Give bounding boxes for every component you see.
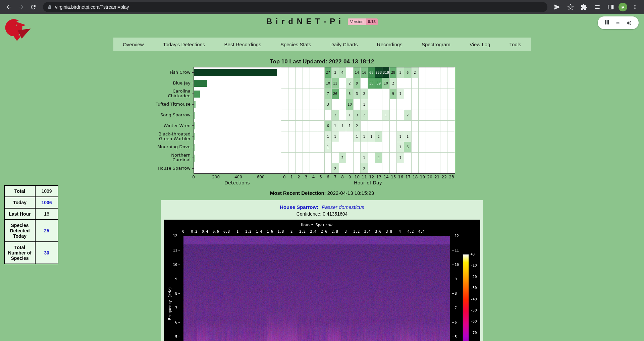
spec-y-tick: 12: [455, 234, 459, 238]
heatmap-cell: 6: [325, 121, 332, 131]
side-panel-button[interactable]: [605, 1, 616, 13]
url-text: virginia.birdnetpi.com/?stream=play: [55, 4, 129, 10]
detection-species-link[interactable]: House Sparrow:: [280, 204, 318, 210]
heatmap-cell: [368, 99, 375, 110]
profile-avatar[interactable]: P: [619, 3, 627, 11]
spec-x-tick: 1.6: [267, 229, 273, 233]
reload-button[interactable]: [28, 1, 39, 13]
heatmap-cell: [419, 89, 426, 100]
stats-value[interactable]: 30: [35, 242, 58, 264]
heatmap-cell: [390, 163, 397, 174]
nav-item-overview[interactable]: Overview: [120, 40, 147, 49]
spec-x-tick: 2.4: [310, 229, 316, 233]
heatmap-cell: [426, 163, 433, 174]
heatmap-cell: [339, 163, 346, 174]
speaker-icon[interactable]: [626, 20, 632, 26]
bar-row: [194, 121, 281, 131]
hourly-heatmap: 2734141668253319283621011293639102726532…: [281, 67, 455, 185]
nav-item-view-log[interactable]: View Log: [467, 40, 493, 49]
bar-x-axis: 0200400600: [194, 174, 281, 179]
heatmap-cell: 1: [361, 153, 368, 163]
audio-player[interactable]: [598, 16, 639, 29]
spectrogram-colorbar-ticks: +0-10-20-30-40-50-60-70: [471, 254, 481, 341]
spec-y-tick: 5: [175, 335, 177, 339]
heatmap-cell: [281, 99, 288, 110]
heatmap-cell: [404, 99, 412, 110]
heatmap-cell: [339, 110, 346, 121]
nav-item-spectrogram[interactable]: Spectrogram: [419, 40, 453, 49]
stats-value[interactable]: 1006: [35, 197, 58, 208]
extensions-button[interactable]: [578, 1, 590, 13]
heatmap-cell: 5: [346, 89, 354, 100]
nav-item-best-recordings[interactable]: Best Recordings: [222, 40, 264, 49]
heatmap-cell: 1: [325, 142, 332, 153]
nav-item-recordings[interactable]: Recordings: [374, 40, 405, 49]
masthead: B i r d N E T - P i Version0.13: [0, 14, 644, 26]
heatmap-cell: 253: [375, 67, 383, 78]
bar-row: [194, 110, 281, 121]
heatmap-cell: [390, 99, 397, 110]
pause-button[interactable]: [604, 20, 609, 26]
heatmap-cell: [419, 67, 426, 78]
species-label: Blue Jay: [121, 78, 194, 89]
colorbar-tick: -50: [471, 308, 477, 312]
nav-item-tools[interactable]: Tools: [507, 40, 524, 49]
heatmap-cell: [447, 110, 455, 121]
reading-list-button[interactable]: [592, 1, 603, 13]
detection-scientific-name: Passer domesticus: [322, 204, 364, 210]
heatmap-cell: [404, 89, 412, 100]
send-icon: [554, 4, 560, 10]
stats-row: Last Hour16: [4, 208, 58, 220]
send-button[interactable]: [551, 1, 563, 13]
spec-x-tick: 1.8: [277, 229, 284, 233]
heatmap-cell: 3: [397, 67, 404, 78]
hour-axis-tick: 5: [319, 175, 322, 179]
spec-x-tick: 4.2: [408, 229, 414, 233]
spec-y-tick: 6: [175, 320, 177, 324]
heatmap-cell: [303, 142, 310, 153]
spec-y-tick: 5: [455, 335, 457, 339]
spec-x-tick: 0.6: [213, 229, 219, 233]
heatmap-cell: 1: [404, 131, 412, 142]
version-badge: Version0.13: [348, 18, 378, 24]
heatmap-cell: [447, 153, 455, 163]
spec-y-tick: 12: [173, 234, 177, 238]
colorbar-tick: -20: [471, 275, 477, 279]
most-recent-detection: Most Recent Detection: 2022-04-13 18:15:…: [0, 190, 644, 196]
heatmap-cell: [288, 67, 296, 78]
nav-item-daily-charts[interactable]: Daily Charts: [328, 40, 361, 49]
heatmap-x-axis: 01234567891011121314151617181920212223: [281, 174, 455, 179]
species-label: Black-throated Green Warbler: [121, 131, 194, 142]
url-bar[interactable]: virginia.birdnetpi.com/?stream=play: [43, 2, 547, 12]
heatmap-cell: [325, 163, 332, 174]
heatmap-cell: [440, 131, 448, 142]
nav-item-today-s-detections[interactable]: Today's Detections: [160, 40, 208, 49]
species-labels-column: Fish CrowBlue JayCarolina ChickadeeTufte…: [121, 67, 194, 185]
heatmap-cell: [310, 121, 317, 131]
stats-value[interactable]: 25: [35, 220, 58, 242]
heatmap-cell: [346, 153, 354, 163]
bookmark-button[interactable]: [565, 1, 576, 13]
hour-axis-tick: 16: [398, 175, 403, 179]
spec-y-tick: 7: [175, 306, 177, 310]
heatmap-cell: [390, 131, 397, 142]
forward-button[interactable]: [15, 1, 27, 13]
heatmap-cell: 319: [382, 67, 390, 78]
spec-y-tick: 9: [455, 277, 457, 281]
nav-item-species-stats[interactable]: Species Stats: [278, 40, 314, 49]
spec-x-tick: 3.8: [386, 229, 392, 233]
heatmap-cell: [339, 78, 346, 89]
heatmap-cell: [346, 67, 354, 78]
heatmap-cell: [419, 153, 426, 163]
heatmap-row: 3101: [281, 99, 455, 110]
heatmap-cell: [426, 67, 433, 78]
seek-bar[interactable]: [616, 22, 620, 23]
back-button[interactable]: [3, 1, 15, 13]
back-icon: [6, 4, 12, 10]
heatmap-cell: [281, 78, 288, 89]
spec-y-tick: 11: [173, 248, 177, 252]
browser-menu-button[interactable]: [629, 1, 641, 13]
heatmap-row: 313212: [281, 110, 455, 121]
heatmap-cell: [296, 110, 303, 121]
heatmap-cell: [303, 163, 310, 174]
